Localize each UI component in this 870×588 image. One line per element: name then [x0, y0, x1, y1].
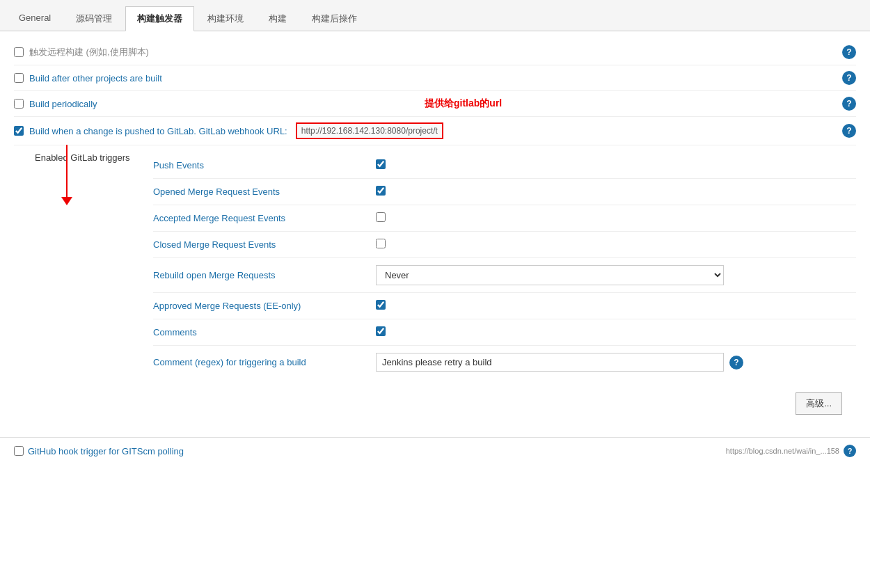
content-area: 触发远程构建 (例如,使用脚本) ? Build after other pro…	[0, 31, 870, 430]
remote-build-help-icon[interactable]: ?	[842, 45, 856, 59]
trigger-row-push: Push Events	[153, 152, 856, 179]
github-hook-link[interactable]: GitHub hook trigger for GITScm polling	[28, 446, 184, 456]
advanced-btn-container: 高级...	[14, 386, 856, 422]
trigger-row-approved-mr: Approved Merge Requests (EE-only)	[153, 293, 856, 319]
trigger-row-rebuild: Rebuild open Merge Requests Never Always…	[153, 258, 856, 293]
gitlab-push-help-icon[interactable]: ?	[842, 124, 856, 138]
webhook-url: http://192.168.142.130:8080/project/t	[296, 122, 443, 139]
trigger-row-comment-regex: Comment (regex) for triggering a build ?	[153, 346, 856, 379]
github-hook-checkbox[interactable]	[14, 446, 24, 456]
watermark-text: https://blog.csdn.net/wai/in_...158	[726, 447, 839, 455]
trigger-label-push: Push Events	[153, 160, 376, 170]
annotation-text: 提供给gitlab的url	[425, 97, 502, 110]
tab-bar: General 源码管理 构建触发器 构建环境 构建 构建后操作	[0, 0, 870, 31]
remote-build-label[interactable]: 触发远程构建 (例如,使用脚本)	[14, 46, 149, 58]
trigger-row-opened-mr: Opened Merge Request Events	[153, 179, 856, 205]
periodically-label[interactable]: Build periodically	[14, 99, 97, 109]
trigger-label-closed-mr: Closed Merge Request Events	[153, 239, 376, 250]
trigger-row-accepted-mr: Accepted Merge Request Events	[153, 205, 856, 232]
trigger-control-push	[376, 159, 856, 171]
after-projects-checkbox[interactable]	[14, 73, 24, 83]
accepted-mr-checkbox[interactable]	[376, 212, 386, 222]
comments-checkbox[interactable]	[376, 326, 386, 336]
trigger-control-comment-regex: ?	[376, 353, 856, 372]
trigger-control-comments	[376, 326, 856, 338]
trigger-label-accepted-mr: Accepted Merge Request Events	[153, 213, 376, 223]
gitlab-triggers-label: Enabled GitLab triggers	[14, 152, 153, 379]
approved-mr-checkbox[interactable]	[376, 300, 386, 310]
gitlab-triggers-section: Enabled GitLab triggers Push Events Open…	[14, 145, 856, 386]
tab-source[interactable]: 源码管理	[64, 6, 124, 31]
trigger-label-comment-regex: Comment (regex) for triggering a build	[153, 357, 376, 367]
row-periodically: Build periodically 提供给gitlab的url ?	[14, 91, 856, 117]
trigger-control-accepted-mr	[376, 212, 856, 224]
trigger-row-closed-mr: Closed Merge Request Events	[153, 232, 856, 258]
triggers-content: Push Events Opened Merge Request Events …	[153, 152, 856, 379]
bottom-help-icon[interactable]: ?	[844, 445, 856, 457]
periodically-help-icon[interactable]: ?	[842, 97, 856, 111]
tab-post[interactable]: 构建后操作	[300, 6, 369, 31]
comment-regex-help-icon[interactable]: ?	[729, 356, 743, 370]
trigger-control-rebuild: Never Always On accepted merge request	[376, 265, 856, 285]
closed-mr-checkbox[interactable]	[376, 239, 386, 248]
trigger-label-rebuild: Rebuild open Merge Requests	[153, 270, 376, 280]
advanced-button[interactable]: 高级...	[796, 392, 842, 415]
after-projects-help-icon[interactable]: ?	[842, 71, 856, 85]
trigger-row-comments: Comments	[153, 319, 856, 346]
bottom-bar: GitHub hook trigger for GITScm polling h…	[0, 437, 870, 464]
row-after-projects: Build after other projects are built ?	[14, 65, 856, 91]
periodically-checkbox[interactable]	[14, 99, 24, 109]
trigger-label-opened-mr: Opened Merge Request Events	[153, 186, 376, 197]
trigger-label-comments: Comments	[153, 327, 376, 337]
tab-trigger[interactable]: 构建触发器	[125, 6, 194, 31]
gitlab-push-checkbox[interactable]	[14, 126, 24, 136]
row-gitlab-push: Build when a change is pushed to GitLab.…	[14, 117, 856, 145]
trigger-control-approved-mr	[376, 300, 856, 312]
trigger-label-approved-mr: Approved Merge Requests (EE-only)	[153, 301, 376, 311]
push-events-checkbox[interactable]	[376, 159, 386, 169]
remote-build-checkbox[interactable]	[14, 47, 24, 57]
opened-mr-checkbox[interactable]	[376, 186, 386, 196]
tab-build[interactable]: 构建	[257, 6, 299, 31]
after-projects-label[interactable]: Build after other projects are built	[14, 73, 162, 84]
trigger-control-closed-mr	[376, 239, 856, 251]
trigger-control-opened-mr	[376, 186, 856, 198]
tab-env[interactable]: 构建环境	[196, 6, 255, 31]
row-remote-build: 触发远程构建 (例如,使用脚本) ?	[14, 40, 856, 65]
tab-general[interactable]: General	[7, 6, 63, 31]
gitlab-push-label[interactable]: Build when a change is pushed to GitLab.…	[14, 122, 443, 139]
comment-regex-input[interactable]	[376, 353, 724, 372]
rebuild-select[interactable]: Never Always On accepted merge request	[376, 265, 724, 285]
